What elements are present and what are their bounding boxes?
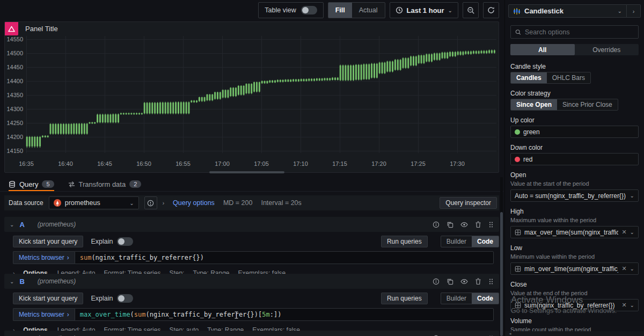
fill-button[interactable]: Fill xyxy=(328,3,352,18)
down-color-select[interactable]: red xyxy=(510,153,639,165)
metrics-browser-button[interactable]: Metrics browser › xyxy=(13,308,75,321)
query-options-summary[interactable]: › Query options MD = 200 Interval = 20s xyxy=(163,199,302,207)
builder-button[interactable]: Builder xyxy=(441,293,472,304)
horizontal-scrollbar-thumb[interactable] xyxy=(209,171,284,173)
editor-scrollbar-thumb[interactable] xyxy=(500,212,503,336)
clear-icon[interactable]: ✕ xyxy=(621,229,626,236)
up-color-label: Up color xyxy=(510,116,639,124)
query-b-code-row: Metrics browser › max_over_time(sum(ngin… xyxy=(13,308,494,321)
zoom-out-button[interactable] xyxy=(463,2,479,18)
svg-text:16:55: 16:55 xyxy=(175,160,191,167)
ohlc-bars-option[interactable]: OHLC Bars xyxy=(547,72,590,83)
query-ref: B xyxy=(19,277,24,286)
query-b-header[interactable]: ⌄ B (prometheus) xyxy=(4,274,499,289)
open-field-desc: Value at the start of the period xyxy=(510,180,639,187)
svg-text:14500: 14500 xyxy=(6,50,23,56)
drag-handle-icon[interactable] xyxy=(488,221,494,228)
candlestick-chart[interactable]: 1415014200142501430014350144001445014500… xyxy=(5,36,499,172)
remove-query-icon[interactable] xyxy=(475,221,481,228)
query-card-a: ⌄ A (prometheus) Kick start your query E… xyxy=(4,217,499,279)
high-field-value: max_over_time(sum(nginx_traffic_by_... xyxy=(524,229,618,236)
field-grid-icon xyxy=(515,229,521,236)
time-range-label: Last 1 hour xyxy=(407,6,444,14)
toggle-visibility-icon[interactable] xyxy=(460,278,468,285)
sidebar-hscrollbar[interactable]: ◄ xyxy=(505,331,644,336)
query-inspector-button[interactable]: Query inspector xyxy=(440,197,497,209)
tab-all[interactable]: All xyxy=(510,44,575,55)
kick-start-query-button[interactable]: Kick start your query xyxy=(13,293,83,304)
tab-transform-data[interactable]: Transform data 2 xyxy=(68,177,142,191)
candle-style-label: Candle style xyxy=(510,63,639,70)
query-a-header[interactable]: ⌄ A (prometheus) xyxy=(4,217,499,232)
panel-title[interactable]: Panel Title xyxy=(25,22,58,35)
collapse-icon[interactable]: ⌄ xyxy=(10,279,14,284)
actual-button[interactable]: Actual xyxy=(352,3,385,18)
svg-text:16:40: 16:40 xyxy=(58,160,73,167)
clear-icon[interactable]: ✕ xyxy=(621,302,626,309)
metrics-browser-label: Metrics browser xyxy=(19,254,64,261)
explain-switch[interactable] xyxy=(117,237,133,246)
down-color-dot xyxy=(515,157,520,162)
editor-scrollbar-track[interactable] xyxy=(500,177,503,336)
run-queries-button[interactable]: Run queries xyxy=(381,236,428,247)
since-prior-close-option[interactable]: Since Prior Close xyxy=(557,99,618,110)
svg-text:17:30: 17:30 xyxy=(450,160,465,167)
datasource-select[interactable]: prometheus ⌄ xyxy=(49,196,139,209)
query-a-toolbar: Kick start your query Explain Run querie… xyxy=(13,236,499,247)
options-search[interactable] xyxy=(510,25,639,39)
panel-type-row: Candlestick ⌄ › xyxy=(508,4,641,18)
low-field-select[interactable]: min_over_time(sum(nginx_traffic_by_r... … xyxy=(510,262,639,275)
tab-query[interactable]: Query 5 xyxy=(9,177,54,191)
duplicate-query-icon[interactable] xyxy=(447,278,453,285)
refresh-button[interactable] xyxy=(483,2,499,18)
table-view-switch[interactable] xyxy=(301,6,317,14)
tab-transform-label: Transform data xyxy=(79,180,126,188)
code-button[interactable]: Code xyxy=(472,236,499,247)
remove-query-icon[interactable] xyxy=(475,278,481,285)
run-queries-button[interactable]: Run queries xyxy=(381,293,428,304)
svg-text:17:15: 17:15 xyxy=(332,160,347,167)
query-c-header[interactable]: ⌄ C (prometheus) xyxy=(4,331,499,336)
builder-button[interactable]: Builder xyxy=(441,236,472,247)
query-help-icon[interactable] xyxy=(433,278,440,285)
duplicate-query-icon[interactable] xyxy=(447,221,453,228)
query-b-body: Kick start your query Explain Run querie… xyxy=(4,289,499,336)
close-field-value: sum(nginx_traffic_by_referrer{}) xyxy=(524,302,618,309)
drag-handle-icon[interactable] xyxy=(488,278,494,285)
datasource-help-button[interactable] xyxy=(144,196,157,209)
code-button[interactable]: Code xyxy=(472,293,499,304)
explain-toggle-group[interactable]: Explain xyxy=(91,294,133,303)
candles-option[interactable]: Candles xyxy=(511,72,547,83)
close-field-select[interactable]: sum(nginx_traffic_by_referrer{}) ✕ ⌄ xyxy=(510,299,639,311)
since-open-option[interactable]: Since Open xyxy=(511,99,557,110)
search-input[interactable] xyxy=(525,28,634,36)
explain-switch[interactable] xyxy=(117,294,133,303)
query-b-expression-input[interactable]: max_over_time(sum(nginx_traffic_by_refer… xyxy=(75,308,494,321)
low-field-value: min_over_time(sum(nginx_traffic_by_r... xyxy=(524,265,618,273)
table-view-toggle-group[interactable]: Table view xyxy=(258,2,323,18)
query-ref: A xyxy=(19,221,24,229)
up-color-select[interactable]: green xyxy=(510,126,639,138)
time-range-picker[interactable]: Last 1 hour ⌄ xyxy=(390,2,458,18)
svg-text:17:20: 17:20 xyxy=(371,160,386,167)
svg-text:14550: 14550 xyxy=(6,36,23,42)
query-options-link[interactable]: Query options xyxy=(173,199,215,207)
tab-overrides[interactable]: Overrides xyxy=(575,44,639,55)
metrics-browser-button[interactable]: Metrics browser › xyxy=(13,251,75,264)
clear-icon[interactable]: ✕ xyxy=(621,265,626,272)
open-field-select[interactable]: Auto = sum(nginx_traffic_by_referrer{}) … xyxy=(510,189,639,202)
high-field-select[interactable]: max_over_time(sum(nginx_traffic_by_... ✕… xyxy=(510,226,639,238)
high-field-label: High xyxy=(510,208,639,215)
kick-start-query-button[interactable]: Kick start your query xyxy=(13,236,83,247)
panel-type-select[interactable]: Candlestick ⌄ xyxy=(508,4,627,18)
panel-warning-corner[interactable] xyxy=(5,22,18,35)
toggle-visibility-icon[interactable] xyxy=(460,221,468,228)
collapse-options-pane-button[interactable]: › xyxy=(627,4,641,18)
explain-toggle-group[interactable]: Explain xyxy=(91,237,133,246)
chevron-down-icon: ⌄ xyxy=(630,302,634,308)
query-help-icon[interactable] xyxy=(433,221,440,228)
collapse-icon[interactable]: ⌄ xyxy=(10,222,14,228)
chevron-down-icon: ⌄ xyxy=(630,229,634,235)
query-a-expression-input[interactable]: sum(nginx_traffic_by_referrer{}) xyxy=(75,251,494,264)
candle-style-radio: Candles OHLC Bars xyxy=(510,72,591,84)
